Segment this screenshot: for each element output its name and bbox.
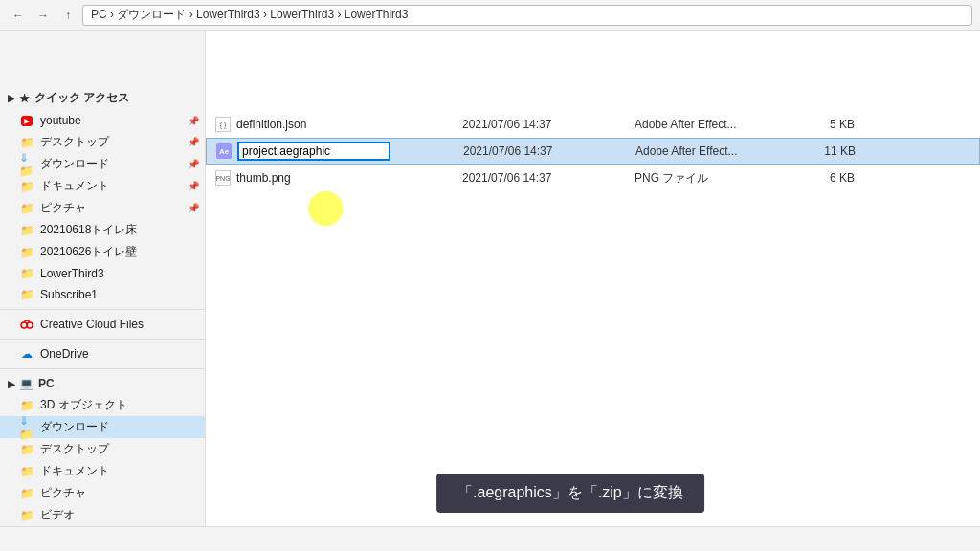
sidebar-label-creative-cloud: Creative Cloud Files [40,318,144,331]
sidebar-item-downloads-pc[interactable]: ⇓📁 ダウンロード [0,416,205,438]
file-list: { } definition.json 2021/07/06 14:37 Ado… [206,111,980,191]
pin-icon-desktop: 📌 [188,137,199,147]
sidebar-label-lowerthird3: LowerThird3 [40,267,104,280]
pin-icon-youtube: 📌 [188,116,199,126]
file-name-definition: definition.json [233,118,462,131]
pc-icon: 💻 [19,377,33,390]
rename-input[interactable] [237,142,390,161]
divider-2 [0,339,205,340]
nav-back[interactable]: ← [8,5,29,26]
svg-point-0 [21,322,27,328]
sidebar-label-3d: 3D オブジェクト [40,397,127,413]
sidebar-label-documents-pc: ドキュメント [40,463,109,479]
desktop-icon: 📁 [19,135,34,150]
address-bar[interactable]: PC › ダウンロード › LowerThird3 › LowerThird3 … [82,5,972,26]
sidebar-item-desktop-pc[interactable]: 📁 デスクトップ [0,438,205,460]
svg-point-1 [27,322,33,328]
sidebar-quickaccess-label: クイック アクセス [34,90,129,106]
sidebar-label-documents: ドキュメント [40,178,109,194]
file-date-thumb: 2021/07/06 14:37 [462,171,635,185]
folder-icon-subscribe1: 📁 [19,287,34,302]
folder-icon-3d: 📁 [19,398,34,413]
sidebar-item-pictures[interactable]: 📁 ピクチャ 📌 [0,197,205,219]
file-date-definition: 2021/07/06 14:37 [462,118,635,131]
creative-cloud-icon [19,317,34,332]
sidebar-label-pictures: ピクチャ [40,200,86,216]
explorer-body: ▶ ★ クイック アクセス ▶ youtube 📌 📁 デスクトップ 📌 ⇓📁 … [0,31,980,526]
sidebar-item-youtube[interactable]: ▶ youtube 📌 [0,110,205,131]
onedrive-icon: ☁ [19,346,34,362]
file-type-project: Adobe After Effect... [635,144,789,158]
sidebar-label-20210626: 20210626トイレ壁 [40,244,137,260]
sidebar-item-videos-pc[interactable]: 📁 ビデオ [0,504,205,526]
pictures-pc-icon: 📁 [19,486,34,501]
sidebar-item-20210626[interactable]: 📁 20210626トイレ壁 [0,241,205,263]
folder-icon-20210618: 📁 [19,223,34,238]
downloads-pc-icon: ⇓📁 [19,420,34,435]
table-row[interactable]: Ae 2021/07/06 14:37 Adobe After Effect..… [206,138,980,165]
sidebar-pc-label: PC [38,377,55,390]
folder-icon-lowerthird3: 📁 [19,266,34,281]
file-type-definition: Adobe After Effect... [635,118,788,131]
sidebar-item-pictures-pc[interactable]: 📁 ピクチャ [0,482,205,504]
table-row[interactable]: { } definition.json 2021/07/06 14:37 Ado… [206,111,980,138]
sidebar-section-pc[interactable]: ▶ 💻 PC [0,373,205,394]
divider-3 [0,368,205,369]
pin-icon-pictures: 📌 [188,203,199,213]
address-bar-area: ← → ↑ PC › ダウンロード › LowerThird3 › LowerT… [0,0,980,31]
documents-icon: 📁 [19,179,34,194]
breadcrumb: PC › ダウンロード › LowerThird3 › LowerThird3 … [91,7,408,23]
sidebar-section-quick-access[interactable]: ▶ ★ クイック アクセス [0,86,205,110]
file-size-project: 11 KB [789,144,865,158]
divider-1 [0,309,205,310]
sidebar-item-downloads[interactable]: ⇓📁 ダウンロード 📌 [0,153,205,175]
sidebar-label-downloads: ダウンロード [40,156,109,172]
desktop-pc-icon: 📁 [19,442,34,457]
sidebar-label-pictures-pc: ピクチャ [40,485,86,501]
file-size-thumb: 6 KB [788,171,864,185]
sidebar-item-onedrive[interactable]: ☁ OneDrive [0,343,205,364]
sidebar: ▶ ★ クイック アクセス ▶ youtube 📌 📁 デスクトップ 📌 ⇓📁 … [0,31,206,526]
pictures-icon: 📁 [19,201,34,216]
file-icon-json: { } [213,115,233,134]
sidebar-label-subscribe1: Subscribe1 [40,288,98,301]
youtube-icon: ▶ [19,113,34,128]
sidebar-item-creative-cloud[interactable]: Creative Cloud Files [0,314,205,335]
file-icon-ae: Ae [214,142,234,161]
sidebar-item-20210618[interactable]: 📁 20210618トイレ床 [0,219,205,241]
file-date-project: 2021/07/06 14:37 [463,144,635,158]
sidebar-label-onedrive: OneDrive [40,347,89,361]
sidebar-item-documents[interactable]: 📁 ドキュメント 📌 [0,175,205,197]
documents-pc-icon: 📁 [19,464,34,479]
pin-icon-documents: 📌 [188,181,199,191]
bottom-caption: 「.aegraphics」を「.zip」に変換 [436,474,704,513]
sidebar-label-downloads-pc: ダウンロード [40,419,109,435]
file-name-thumb: thumb.png [233,171,462,185]
videos-pc-icon: 📁 [19,508,34,523]
status-bar [0,526,980,551]
nav-up[interactable]: ↑ [57,5,78,26]
file-size-definition: 5 KB [788,118,864,131]
nav-forward[interactable]: → [33,5,54,26]
sidebar-label-desktop: デスクトップ [40,134,109,150]
sidebar-icon-star: ★ [19,92,30,105]
main-content: { } definition.json 2021/07/06 14:37 Ado… [206,31,980,526]
pin-icon-downloads: 📌 [188,159,199,169]
sidebar-label-youtube: youtube [40,114,81,127]
sidebar-label-20210618: 20210618トイレ床 [40,222,137,238]
file-icon-png: PNG [213,168,233,187]
file-type-thumb: PNG ファイル [635,170,788,187]
sidebar-item-lowerthird3[interactable]: 📁 LowerThird3 [0,263,205,284]
sidebar-item-subscribe1[interactable]: 📁 Subscribe1 [0,284,205,305]
folder-icon-20210626: 📁 [19,245,34,260]
downloads-icon: ⇓📁 [19,157,34,172]
sidebar-label-desktop-pc: デスクトップ [40,441,109,457]
file-name-project [234,142,463,161]
sidebar-label-videos-pc: ビデオ [40,507,75,523]
table-row[interactable]: PNG thumb.png 2021/07/06 14:37 PNG ファイル … [206,165,980,191]
sidebar-item-documents-pc[interactable]: 📁 ドキュメント [0,460,205,482]
